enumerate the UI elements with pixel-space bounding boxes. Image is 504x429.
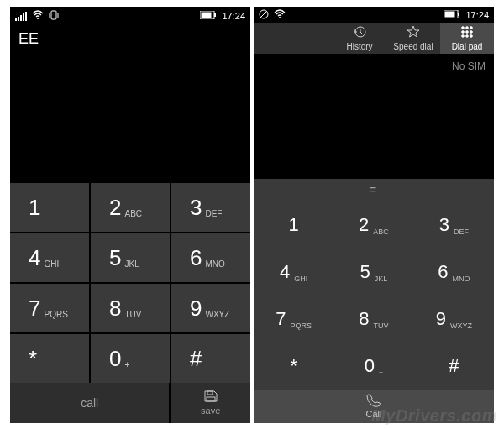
key-#[interactable]: # <box>414 343 494 390</box>
key-1[interactable]: 1 <box>254 201 333 249</box>
key-8[interactable]: 8TUV <box>333 296 413 343</box>
key-2[interactable]: 2ABC <box>333 201 413 249</box>
vibrate-icon <box>49 10 59 22</box>
key-5[interactable]: 5JKL <box>333 249 413 296</box>
key-8[interactable]: 8TUV <box>91 284 170 332</box>
key-3[interactable]: 3DEF <box>414 201 494 249</box>
battery-icon <box>444 10 460 20</box>
svg-point-0 <box>37 18 39 19</box>
call-button[interactable]: Call <box>254 390 494 423</box>
key-3[interactable]: 3DEF <box>171 183 250 232</box>
key-0[interactable]: 0+ <box>333 343 413 390</box>
key-9[interactable]: 9WXYZ <box>171 284 250 332</box>
svg-point-14 <box>466 27 469 29</box>
wifi-icon <box>274 9 286 21</box>
svg-point-17 <box>466 31 469 34</box>
phone-icon <box>366 394 381 409</box>
key-2[interactable]: 2ABC <box>91 183 170 232</box>
svg-rect-6 <box>207 397 215 401</box>
tab-bar: HistorySpeed dialDial pad <box>254 23 494 54</box>
status-bar: 17:24 <box>10 7 250 25</box>
svg-point-19 <box>462 35 465 38</box>
key-*[interactable]: * <box>10 334 89 383</box>
svg-rect-5 <box>207 391 213 395</box>
svg-point-8 <box>279 17 281 18</box>
dial-keypad: 12ABC3DEF4GHI5JKL6MNO7PQRS8TUV9WXYZ*0+# <box>10 183 250 383</box>
clock-text: 17:24 <box>222 11 245 21</box>
call-label: call <box>81 396 98 410</box>
battery-icon <box>200 11 217 21</box>
carrier-label: EE <box>10 25 250 50</box>
tab-label: Dial pad <box>452 42 483 51</box>
svg-rect-4 <box>214 13 216 17</box>
no-data-icon <box>259 9 269 21</box>
number-display-area <box>10 50 250 183</box>
call-button[interactable]: call <box>10 383 169 423</box>
key-*[interactable]: * <box>254 343 333 390</box>
save-button[interactable]: save <box>171 383 250 423</box>
key-1[interactable]: 1 <box>10 183 89 232</box>
clock-text: 17:24 <box>465 10 489 20</box>
dial-keypad: 12ABC3DEF4GHI5JKL6MNO7PQRS8TUV9WXYZ*0+# <box>254 201 494 390</box>
save-icon <box>204 390 218 405</box>
wifi-icon <box>32 10 44 22</box>
key-7[interactable]: 7PQRS <box>10 284 89 332</box>
key-4[interactable]: 4GHI <box>254 249 333 296</box>
bottom-bar: call save <box>10 383 250 423</box>
svg-point-13 <box>462 27 465 29</box>
spacer-area <box>254 128 494 179</box>
signal-icon <box>15 11 27 21</box>
history-icon <box>353 25 366 40</box>
svg-point-15 <box>470 27 473 29</box>
svg-point-21 <box>470 35 473 38</box>
status-bar: 17:24 <box>254 7 494 23</box>
tab-dialpad[interactable]: Dial pad <box>440 23 494 54</box>
dialpad-icon <box>460 25 474 40</box>
key-6[interactable]: 6MNO <box>171 233 250 282</box>
tab-speeddial[interactable]: Speed dial <box>386 23 440 54</box>
key-6[interactable]: 6MNO <box>414 249 494 296</box>
svg-rect-3 <box>202 13 212 18</box>
tab-label: Speed dial <box>393 42 433 51</box>
key-0[interactable]: 0+ <box>91 334 170 383</box>
svg-point-20 <box>466 35 469 38</box>
number-display: = <box>254 179 494 201</box>
speeddial-icon <box>407 25 420 40</box>
svg-point-16 <box>462 31 465 34</box>
key-4[interactable]: 4GHI <box>10 233 89 282</box>
key-7[interactable]: 7PQRS <box>254 296 333 343</box>
phone-wp8: 17:24 EE 12ABC3DEF4GHI5JKL6MNO7PQRS8TUV9… <box>10 7 250 423</box>
svg-rect-1 <box>51 11 56 19</box>
svg-point-18 <box>470 31 473 34</box>
key-9[interactable]: 9WXYZ <box>414 296 494 343</box>
no-sim-label: No SIM <box>254 54 494 128</box>
phone-w10m: 17:24 HistorySpeed dialDial pad No SIM =… <box>254 7 494 423</box>
tab-label: History <box>346 42 372 51</box>
call-label: Call <box>366 409 382 419</box>
key-#[interactable]: # <box>171 334 250 383</box>
svg-rect-10 <box>445 11 455 17</box>
key-5[interactable]: 5JKL <box>91 233 170 282</box>
tab-history[interactable]: History <box>333 23 386 54</box>
svg-rect-11 <box>458 13 459 16</box>
save-label: save <box>201 405 220 416</box>
